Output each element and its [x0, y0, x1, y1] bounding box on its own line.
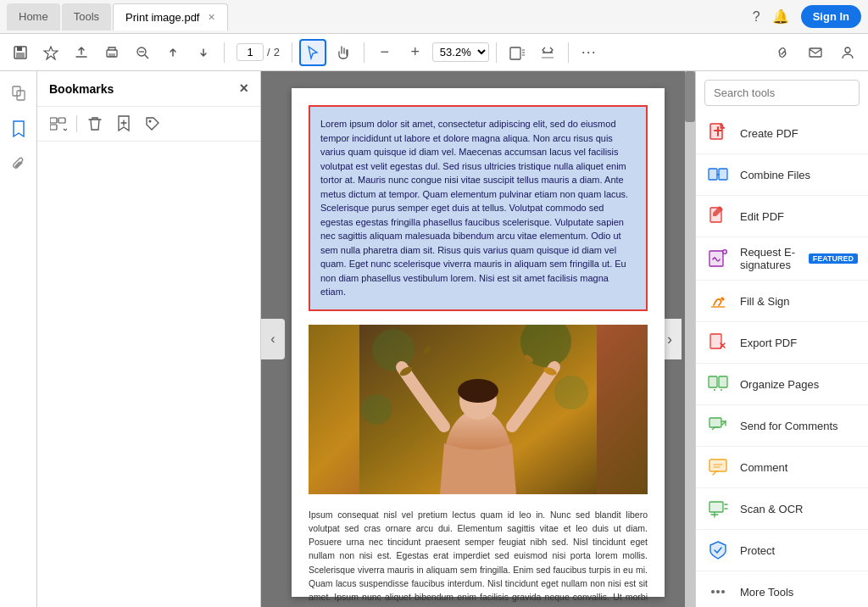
star-icon [43, 45, 58, 60]
svg-rect-10 [542, 57, 554, 58]
email-button[interactable] [802, 39, 829, 66]
prev-page-button[interactable] [159, 39, 186, 66]
edit-pdf-icon [706, 204, 730, 228]
toolbar: / 2 − + 53.2% 25% 50% 75% 100% 150% ··· [0, 34, 868, 71]
bookmark-button[interactable] [37, 39, 64, 66]
separator-5 [568, 42, 569, 63]
tool-item-fill-sign[interactable]: Fill & Sign [696, 281, 868, 322]
fill-sign-label: Fill & Sign [740, 295, 790, 308]
search-tools-input[interactable] [704, 80, 860, 106]
tab-file-label: Print image.pdf [125, 11, 199, 24]
tool-item-comment[interactable]: Comment [696, 447, 868, 488]
hand-tool-button[interactable] [330, 39, 357, 66]
comment-icon [706, 455, 730, 479]
tool-item-combine-files[interactable]: Combine Files [696, 154, 868, 196]
scrollbar-thumb[interactable] [685, 71, 695, 122]
svg-rect-11 [810, 48, 821, 57]
zoom-select[interactable]: 53.2% 25% 50% 75% 100% 150% [432, 42, 489, 62]
page-total: 2 [274, 46, 280, 58]
pdf-viewer[interactable]: ‹ › Lorem ipsum dolor sit amet, consecte… [261, 71, 695, 607]
tool-item-send-comments[interactable]: Send for Comments [696, 405, 868, 447]
svg-rect-35 [719, 169, 727, 180]
pdf-prev-page-button[interactable]: ‹ [261, 319, 285, 359]
select-cursor-button[interactable] [299, 39, 326, 66]
svg-point-26 [458, 379, 498, 403]
sidebar-bookmark-icon[interactable] [3, 114, 34, 144]
pdf-body-text: Ipsum consequat nisl vel pretium lectus … [309, 510, 648, 608]
title-bar: Home Tools Print image.pdf ✕ ? 🔔 Sign In [0, 0, 868, 34]
sidebar-attachment-icon[interactable] [3, 149, 34, 180]
combine-files-icon [706, 163, 730, 187]
scrollbar-track[interactable] [685, 71, 695, 607]
esig-label: Request E-signatures [740, 246, 798, 271]
bookmarks-delete-button[interactable] [82, 112, 108, 136]
sign-in-button[interactable]: Sign In [801, 5, 861, 28]
bm-separator-1 [76, 115, 77, 132]
svg-rect-44 [709, 376, 717, 387]
upload-button[interactable] [68, 39, 95, 66]
fit-page-button[interactable] [504, 39, 531, 66]
svg-rect-52 [709, 502, 723, 512]
svg-point-54 [711, 590, 715, 593]
tool-item-more-tools[interactable]: More Tools [696, 571, 868, 607]
fit-width-icon [540, 45, 555, 60]
tool-item-export-pdf[interactable]: Export PDF [696, 322, 868, 364]
pdf-body-text-block: Ipsum consequat nisl vel pretium lectus … [309, 508, 648, 608]
create-pdf-icon [706, 121, 730, 145]
bookmarks-close-icon[interactable]: × [239, 80, 248, 97]
zoom-out-button[interactable]: − [371, 39, 398, 66]
svg-rect-16 [58, 118, 65, 123]
next-page-button[interactable] [190, 39, 217, 66]
separator-2 [292, 42, 292, 63]
bookmarks-add-button[interactable] [111, 112, 136, 136]
tool-item-request-esig[interactable]: Request E-signatures FEATURED [696, 237, 868, 281]
zoom-out-icon [135, 45, 150, 60]
print-icon [104, 45, 120, 60]
bookmarks-toolbar [37, 107, 260, 142]
comment-label: Comment [740, 461, 787, 474]
edit-pdf-label: Edit PDF [740, 210, 784, 223]
more-tools-icon [706, 580, 730, 604]
tab-tools[interactable]: Tools [62, 3, 111, 31]
tool-item-scan-ocr[interactable]: Scan & OCR [696, 488, 868, 530]
protect-label: Protect [740, 544, 775, 557]
tool-item-protect[interactable]: Protect [696, 530, 868, 571]
tool-item-create-pdf[interactable]: Create PDF [696, 113, 868, 154]
help-icon[interactable]: ? [753, 9, 760, 25]
bookmarks-list-view-button[interactable] [46, 112, 71, 136]
fit-width-button[interactable] [534, 39, 561, 66]
link-button[interactable] [770, 39, 797, 66]
separator-1 [224, 42, 225, 63]
svg-rect-42 [710, 334, 721, 348]
more-tools-button[interactable]: ··· [576, 39, 603, 66]
svg-point-56 [721, 590, 725, 593]
bookmarks-tag-button[interactable] [140, 112, 165, 136]
page-number-input[interactable] [236, 43, 264, 61]
print-button[interactable] [98, 39, 125, 66]
bell-icon[interactable]: 🔔 [772, 8, 789, 25]
tool-item-organize-pages[interactable]: Organize Pages [696, 364, 868, 405]
main-content: Bookmarks × [0, 71, 868, 607]
esig-icon [706, 247, 730, 270]
sidebar-page-thumbnail-icon[interactable] [3, 78, 34, 109]
left-sidebar [0, 71, 37, 607]
send-comments-icon [706, 414, 730, 437]
user-icon [840, 45, 855, 60]
svg-rect-17 [50, 125, 57, 130]
svg-point-22 [554, 376, 588, 409]
user-button[interactable] [834, 39, 861, 66]
tool-item-edit-pdf[interactable]: Edit PDF [696, 196, 868, 237]
save-button[interactable] [7, 39, 34, 66]
svg-point-55 [716, 590, 720, 593]
pdf-image-placeholder [309, 325, 648, 494]
zoom-out-page-button[interactable] [129, 39, 156, 66]
zoom-in-button[interactable]: + [402, 39, 429, 66]
tab-close-icon[interactable]: ✕ [208, 12, 215, 23]
down-arrow-icon [196, 45, 211, 60]
scan-ocr-icon [706, 497, 730, 521]
tab-home[interactable]: Home [7, 3, 60, 31]
svg-rect-48 [709, 418, 721, 427]
more-tools-label: More Tools [740, 586, 793, 599]
tab-file[interactable]: Print image.pdf ✕ [113, 3, 228, 31]
tab-tools-label: Tools [74, 10, 99, 23]
